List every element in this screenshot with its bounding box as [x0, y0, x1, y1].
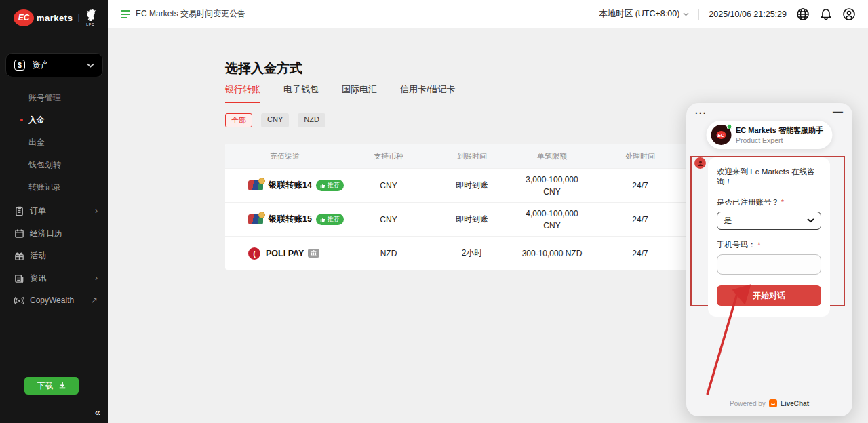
- required-asterisk: *: [758, 241, 761, 249]
- filter-cny[interactable]: CNY: [261, 113, 289, 127]
- sidebar-item-orders[interactable]: 订单 ›: [0, 200, 108, 222]
- chevron-down-icon: [87, 63, 94, 68]
- start-chat-button[interactable]: 开始对话: [717, 285, 821, 306]
- agent-avatar: EC: [711, 125, 731, 145]
- sidebar-item-withdraw[interactable]: 出金: [0, 132, 108, 153]
- sidebar-item-deposit[interactable]: 入金: [0, 109, 108, 131]
- sidebar-item-transfer-records[interactable]: 转账记录: [0, 176, 108, 198]
- registered-select[interactable]: 是: [717, 212, 821, 230]
- announcement-text: EC Markets 交易时间变更公告: [136, 8, 245, 20]
- tab-bank-transfer[interactable]: 银行转账: [225, 83, 260, 103]
- agent-role: Product Expert: [736, 136, 823, 144]
- filter-nzd[interactable]: NZD: [298, 113, 326, 127]
- language-globe-icon[interactable]: [796, 7, 810, 21]
- currency-filter-chips: 全部 CNY NZD: [225, 113, 326, 127]
- external-link-icon: ↗: [91, 296, 98, 305]
- tab-credit-debit-card[interactable]: 信用卡/借记卡: [400, 83, 456, 103]
- signal-icon: [14, 295, 24, 306]
- download-icon: [58, 382, 66, 390]
- recommended-badge: 推荐: [316, 180, 344, 191]
- unionpay-icon: [248, 214, 263, 224]
- thumbs-up-icon: [320, 183, 326, 188]
- chat-menu-button[interactable]: ⋯: [694, 106, 707, 120]
- thumbs-up-icon: [320, 217, 326, 222]
- deposit-method-tabs: 银行转账 电子钱包 国际电汇 信用卡/借记卡: [225, 83, 479, 103]
- online-status-dot: [726, 124, 732, 129]
- bank-badge: [308, 249, 319, 258]
- bot-message-avatar: [694, 157, 706, 169]
- ec-logo: EC: [14, 9, 34, 26]
- chat-minimize-button[interactable]: —: [833, 106, 843, 117]
- sidebar-item-assets[interactable]: $ 资产: [5, 53, 103, 77]
- logo-divider: |: [77, 13, 79, 22]
- sidebar-item-news[interactable]: 资讯 ›: [0, 267, 108, 289]
- phone-label: 手机号码：*: [717, 240, 821, 250]
- tab-e-wallet[interactable]: 电子钱包: [283, 83, 319, 103]
- sidebar-item-copywealth[interactable]: CopyWealth ↗: [0, 289, 108, 311]
- download-button[interactable]: 下载: [24, 377, 79, 395]
- dollar-square-icon: $: [14, 60, 25, 70]
- tab-international-wire[interactable]: 国际电汇: [342, 83, 377, 103]
- sidebar-item-account-management[interactable]: 账号管理: [0, 87, 108, 108]
- news-icon: [14, 273, 24, 283]
- timezone-selector[interactable]: 本地时区 (UTC+8:00): [599, 8, 689, 20]
- collapse-sidebar-button[interactable]: «: [95, 406, 100, 418]
- unionpay-icon: [248, 180, 263, 190]
- user-account-icon[interactable]: [842, 7, 856, 21]
- calendar-icon: [14, 228, 24, 239]
- chevron-right-icon: ›: [95, 273, 98, 283]
- sidebar-item-economic-calendar[interactable]: 经济日历: [0, 222, 108, 244]
- active-dot: [20, 119, 23, 121]
- notifications-bell-icon[interactable]: [819, 7, 833, 21]
- logo-row: EC markets | LFC: [0, 0, 108, 35]
- announcement-banner[interactable]: EC Markets 交易时间变更公告: [121, 8, 245, 20]
- poli-pay-icon: (: [248, 247, 260, 260]
- gift-icon: [14, 250, 24, 261]
- assets-label: 资产: [32, 59, 87, 71]
- required-asterisk: *: [781, 199, 784, 206]
- sidebar: EC markets | LFC $ 资产 账号管理 入金 出金 钱包划转 转账…: [0, 0, 108, 423]
- phone-input[interactable]: [717, 254, 821, 275]
- agent-header: EC EC Markets 智能客服助手 Product Expert: [706, 121, 833, 149]
- divider: [698, 9, 699, 20]
- liver-bird-icon: [85, 9, 97, 22]
- livechat-widget: ⋯ — EC EC Markets 智能客服助手 Product Expert …: [686, 103, 852, 416]
- filter-all[interactable]: 全部: [225, 113, 252, 127]
- clipboard-icon: [14, 205, 24, 216]
- livechat-logo-icon: [769, 399, 777, 407]
- bank-icon: [311, 250, 317, 256]
- registered-question-label: 是否已注册账号？*: [717, 197, 821, 207]
- page-title: 选择入金方式: [225, 60, 302, 77]
- chevron-down-icon: [807, 218, 814, 223]
- recommended-badge: 推荐: [316, 214, 344, 225]
- person-icon: [697, 160, 704, 167]
- chevron-down-icon: [683, 12, 689, 16]
- agent-name: EC Markets 智能客服助手: [736, 125, 823, 136]
- sidebar-item-wallet-transfer[interactable]: 钱包划转: [0, 154, 108, 176]
- current-datetime: 2025/10/06 21:25:29: [709, 9, 787, 19]
- lfc-logo: LFC: [85, 9, 97, 26]
- brand-name: markets: [37, 13, 73, 23]
- top-header: EC Markets 交易时间变更公告 本地时区 (UTC+8:00) 2025…: [108, 0, 868, 28]
- sidebar-item-activities[interactable]: 活动: [0, 245, 108, 266]
- chevron-right-icon: ›: [95, 206, 98, 216]
- welcome-message: 欢迎来到 Ec Markets 在线咨询！: [717, 167, 821, 187]
- powered-by-footer[interactable]: Powered by LiveChat: [686, 399, 852, 407]
- announcement-icon: [121, 10, 130, 18]
- pre-chat-form: 欢迎来到 Ec Markets 在线咨询！ 是否已注册账号？* 是 手机号码：*…: [708, 157, 830, 317]
